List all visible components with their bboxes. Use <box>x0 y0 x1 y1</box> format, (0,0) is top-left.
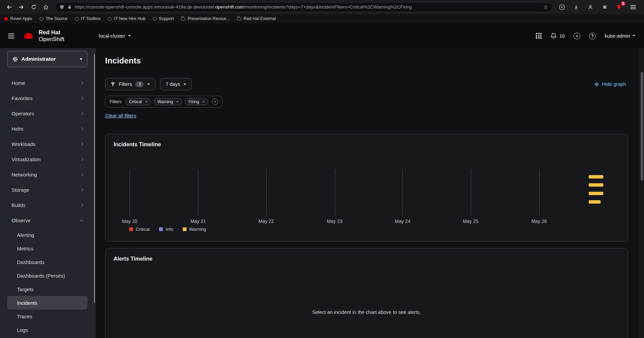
incident-bar[interactable] <box>589 200 601 204</box>
incident-bar[interactable] <box>589 183 603 187</box>
sidebar-subitem[interactable]: Targets <box>7 282 87 296</box>
legend-swatch <box>159 227 163 231</box>
extensions-puzzle-icon[interactable] <box>600 2 609 12</box>
sidebar-item[interactable]: Operators <box>7 106 87 121</box>
browser-menu-icon[interactable] <box>628 2 638 12</box>
remove-chip-icon[interactable]: × <box>201 99 206 104</box>
gear-icon <box>12 56 18 62</box>
sidebar-item[interactable]: Storage <box>7 182 87 198</box>
scrollbar-thumb[interactable] <box>641 72 643 181</box>
chevron-right-icon <box>80 173 83 176</box>
bookmark-label: Presentation Resour... <box>188 16 230 21</box>
chevron-down-icon <box>147 83 150 85</box>
legend-item[interactable]: Warning <box>183 227 206 232</box>
url-path: /monitoring/incidents?days=7+days&incide… <box>244 4 412 10</box>
downloads-icon[interactable] <box>571 2 581 12</box>
legend-item[interactable]: Critical <box>129 227 150 232</box>
legend-item[interactable]: Info <box>159 227 173 232</box>
sidebar-item[interactable]: Virtualization <box>7 152 87 167</box>
sidebar-item[interactable]: Workloads <box>7 136 87 152</box>
bookmark-item[interactable]: Rover Apps <box>4 16 32 21</box>
bookmark-label: Support <box>159 16 174 21</box>
incidents-chart[interactable]: May 20 May 21 May 22 <box>126 169 611 215</box>
sidebar-subitem[interactable]: Metrics <box>7 242 87 255</box>
sidebar-subitem-label: Alerting <box>17 232 34 238</box>
sidebar-subitem[interactable]: Traces <box>7 309 87 323</box>
incident-bar[interactable] <box>589 192 603 195</box>
reload-button[interactable] <box>28 2 39 12</box>
bookmark-item[interactable]: IT New Hire Hub <box>108 16 145 21</box>
quick-create-icon[interactable]: + <box>573 33 580 39</box>
bookmark-item[interactable]: IT Toolbox <box>75 16 100 21</box>
bookmark-item[interactable]: Support <box>153 16 174 21</box>
perspective-label: Administrator <box>21 56 56 62</box>
bookmark-item[interactable]: Red Hat External <box>237 16 276 21</box>
home-button[interactable] <box>40 2 52 12</box>
filters-dropdown[interactable]: Filters 3 <box>105 78 155 90</box>
main-content: You are logged in as a temporary adminis… <box>96 48 639 338</box>
bookmark-favicon <box>40 17 43 21</box>
remove-chip-icon[interactable]: × <box>175 99 180 104</box>
legend-label: Critical <box>136 227 150 232</box>
bookmark-star-icon[interactable]: ☆ <box>543 4 548 10</box>
hide-graph-label: Hide graph <box>602 81 626 87</box>
home-icon <box>43 4 49 10</box>
clear-chip-group-icon[interactable]: × <box>212 99 218 105</box>
sidebar-subitem[interactable]: Dashboards (Perses) <box>7 269 87 282</box>
sidebar-item-label: Observe <box>12 218 31 223</box>
hide-graph-button[interactable]: Hide graph <box>592 81 628 87</box>
sidebar-subitem[interactable]: Logs <box>7 323 87 337</box>
chip-label: Firing <box>189 99 199 104</box>
filter-chip: Firing × <box>185 98 208 105</box>
sidebar-scrollbar[interactable] <box>94 54 95 303</box>
incident-bar[interactable] <box>589 175 603 179</box>
tracking-shield-icon[interactable] <box>59 4 64 10</box>
perspective-switcher[interactable]: Administrator <box>7 51 87 67</box>
nav-toggle-icon[interactable] <box>6 31 16 41</box>
app-launcher-icon[interactable] <box>536 33 542 39</box>
url-bar[interactable]: https://console-openshift-console.apps.e… <box>55 2 552 12</box>
user-menu[interactable]: kube:admin <box>605 33 635 39</box>
sidebar-item-observe[interactable]: Observe <box>7 213 87 228</box>
chevron-right-icon <box>80 158 83 161</box>
notifications-button[interactable]: 10 <box>550 33 565 39</box>
clear-all-filters-link[interactable]: Clear all filters <box>105 113 136 118</box>
sidebar-item[interactable]: Builds <box>7 198 87 213</box>
sidebar-subitem-label: Traces <box>17 314 32 319</box>
pocket-icon[interactable] <box>557 2 567 12</box>
x-tick-label: May 21 <box>190 219 206 224</box>
chevron-down-icon <box>632 35 635 37</box>
sidebar-item-label: Operators <box>12 111 34 116</box>
account-icon[interactable] <box>586 2 595 12</box>
adblock-extension-icon[interactable]: 1 <box>614 2 624 12</box>
remove-chip-icon[interactable]: × <box>144 99 149 104</box>
filter-toolbar: Filters 3 7 days Hide graph <box>105 78 628 90</box>
alerts-empty-message: Select an incident in the chart above to… <box>114 309 620 315</box>
x-tick-label: May 25 <box>463 219 479 224</box>
bookmark-item[interactable]: The Source <box>40 16 68 21</box>
page-scrollbar[interactable] <box>639 48 644 338</box>
sidebar-item[interactable]: Home <box>7 75 87 91</box>
redhat-logo-icon <box>22 31 35 41</box>
chevron-right-icon <box>80 188 83 192</box>
bookmark-item[interactable]: Presentation Resour... <box>181 16 230 21</box>
sidebar-subitem[interactable]: Incidents <box>7 296 87 309</box>
cluster-selector[interactable]: local-cluster <box>97 33 133 39</box>
bookmark-favicon <box>237 17 241 20</box>
lock-icon[interactable] <box>67 4 72 10</box>
back-button[interactable] <box>3 2 15 12</box>
sidebar-item[interactable]: Favorites <box>7 91 87 106</box>
help-icon[interactable]: ? <box>589 33 596 39</box>
sidebar-item[interactable]: Networking <box>7 167 87 182</box>
extension-badge: 1 <box>621 1 625 6</box>
forward-button[interactable] <box>16 2 27 12</box>
sidebar-subitem[interactable]: Dashboards <box>7 255 87 269</box>
sidebar-subitem[interactable]: Alerting <box>7 228 87 242</box>
forward-arrow-icon <box>18 4 24 10</box>
filters-count-badge: 3 <box>135 81 144 87</box>
time-range-dropdown[interactable]: 7 days <box>160 78 192 90</box>
brand-text: Red Hat OpenShift <box>39 29 64 42</box>
sidebar-item[interactable]: Helm <box>7 121 87 136</box>
x-tick-label: May 23 <box>327 219 343 224</box>
sidebar: Administrator Home Favorites <box>0 48 96 338</box>
